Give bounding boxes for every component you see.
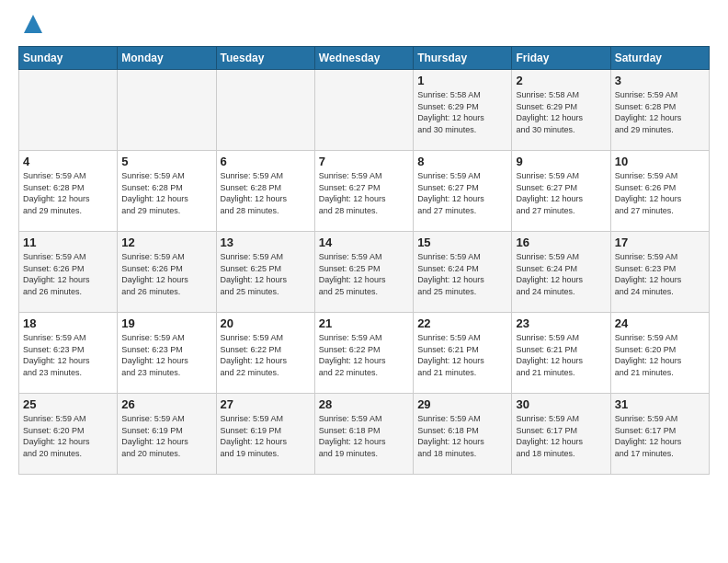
header-wednesday: Wednesday [314,47,413,70]
day-info: Sunrise: 5:59 AM Sunset: 6:18 PM Dayligh… [319,413,409,459]
day-number: 23 [516,316,606,330]
day-info: Sunrise: 5:59 AM Sunset: 6:24 PM Dayligh… [516,251,606,297]
day-info: Sunrise: 5:59 AM Sunset: 6:23 PM Dayligh… [615,251,705,297]
calendar-cell: 14Sunrise: 5:59 AM Sunset: 6:25 PM Dayli… [314,232,413,313]
calendar-cell: 2Sunrise: 5:58 AM Sunset: 6:29 PM Daylig… [512,70,610,151]
day-number: 9 [516,155,606,168]
logo-icon [20,11,46,37]
day-number: 12 [121,236,211,249]
day-number: 25 [23,397,113,411]
day-info: Sunrise: 5:59 AM Sunset: 6:27 PM Dayligh… [417,170,507,216]
day-number: 16 [516,236,606,249]
day-number: 24 [615,316,705,330]
day-info: Sunrise: 5:59 AM Sunset: 6:28 PM Dayligh… [121,170,211,216]
day-number: 5 [121,155,211,168]
calendar-week-row: 11Sunrise: 5:59 AM Sunset: 6:26 PM Dayli… [19,232,710,313]
day-number: 7 [319,155,409,168]
day-number: 28 [319,397,409,411]
calendar-cell [314,70,413,151]
header-monday: Monday [118,47,216,70]
day-number: 8 [417,155,507,168]
day-info: Sunrise: 5:59 AM Sunset: 6:26 PM Dayligh… [121,251,211,297]
day-info: Sunrise: 5:59 AM Sunset: 6:28 PM Dayligh… [23,170,113,216]
day-number: 22 [417,316,507,330]
calendar-cell [216,70,314,151]
calendar-cell: 20Sunrise: 5:59 AM Sunset: 6:22 PM Dayli… [216,313,314,394]
day-number: 19 [121,316,211,330]
day-number: 6 [221,155,311,168]
day-info: Sunrise: 5:59 AM Sunset: 6:27 PM Dayligh… [319,170,409,216]
day-info: Sunrise: 5:59 AM Sunset: 6:26 PM Dayligh… [615,170,705,216]
calendar-cell: 9Sunrise: 5:59 AM Sunset: 6:27 PM Daylig… [512,151,610,232]
day-info: Sunrise: 5:59 AM Sunset: 6:25 PM Dayligh… [319,251,409,297]
calendar-cell: 16Sunrise: 5:59 AM Sunset: 6:24 PM Dayli… [512,232,610,313]
calendar-cell: 18Sunrise: 5:59 AM Sunset: 6:23 PM Dayli… [19,313,118,394]
header-thursday: Thursday [414,47,512,70]
day-number: 1 [417,74,507,87]
day-number: 26 [121,397,211,411]
day-number: 3 [615,74,705,87]
calendar-cell: 29Sunrise: 5:59 AM Sunset: 6:18 PM Dayli… [414,394,512,475]
day-number: 30 [516,397,606,411]
calendar-cell: 26Sunrise: 5:59 AM Sunset: 6:19 PM Dayli… [118,394,216,475]
day-info: Sunrise: 5:59 AM Sunset: 6:25 PM Dayligh… [221,251,311,297]
day-info: Sunrise: 5:59 AM Sunset: 6:17 PM Dayligh… [615,413,705,459]
day-number: 2 [516,74,606,87]
calendar-cell: 5Sunrise: 5:59 AM Sunset: 6:28 PM Daylig… [118,151,216,232]
day-number: 31 [615,397,705,411]
calendar-cell: 17Sunrise: 5:59 AM Sunset: 6:23 PM Dayli… [610,232,709,313]
day-info: Sunrise: 5:59 AM Sunset: 6:19 PM Dayligh… [221,413,311,459]
calendar-cell: 8Sunrise: 5:59 AM Sunset: 6:27 PM Daylig… [414,151,512,232]
day-info: Sunrise: 5:59 AM Sunset: 6:21 PM Dayligh… [516,332,606,378]
day-info: Sunrise: 5:59 AM Sunset: 6:20 PM Dayligh… [615,332,705,378]
calendar-cell: 13Sunrise: 5:59 AM Sunset: 6:25 PM Dayli… [216,232,314,313]
day-info: Sunrise: 5:59 AM Sunset: 6:21 PM Dayligh… [417,332,507,378]
day-number: 15 [417,236,507,249]
calendar-cell: 11Sunrise: 5:59 AM Sunset: 6:26 PM Dayli… [19,232,118,313]
calendar-cell: 10Sunrise: 5:59 AM Sunset: 6:26 PM Dayli… [610,151,709,232]
day-info: Sunrise: 5:58 AM Sunset: 6:29 PM Dayligh… [417,89,507,135]
calendar-week-row: 25Sunrise: 5:59 AM Sunset: 6:20 PM Dayli… [19,394,710,475]
day-info: Sunrise: 5:59 AM Sunset: 6:27 PM Dayligh… [516,170,606,216]
day-info: Sunrise: 5:59 AM Sunset: 6:28 PM Dayligh… [221,170,311,216]
calendar-cell: 31Sunrise: 5:59 AM Sunset: 6:17 PM Dayli… [610,394,709,475]
day-number: 27 [221,397,311,411]
day-info: Sunrise: 5:59 AM Sunset: 6:20 PM Dayligh… [23,413,113,459]
day-info: Sunrise: 5:59 AM Sunset: 6:24 PM Dayligh… [417,251,507,297]
calendar-cell: 1Sunrise: 5:58 AM Sunset: 6:29 PM Daylig… [414,70,512,151]
logo [18,15,46,37]
calendar-cell: 4Sunrise: 5:59 AM Sunset: 6:28 PM Daylig… [19,151,118,232]
calendar-cell: 23Sunrise: 5:59 AM Sunset: 6:21 PM Dayli… [512,313,610,394]
day-number: 29 [417,397,507,411]
calendar-cell: 22Sunrise: 5:59 AM Sunset: 6:21 PM Dayli… [414,313,512,394]
calendar-cell: 28Sunrise: 5:59 AM Sunset: 6:18 PM Dayli… [314,394,413,475]
calendar-cell: 15Sunrise: 5:59 AM Sunset: 6:24 PM Dayli… [414,232,512,313]
day-number: 21 [319,316,409,330]
calendar-cell: 12Sunrise: 5:59 AM Sunset: 6:26 PM Dayli… [118,232,216,313]
calendar-cell: 3Sunrise: 5:59 AM Sunset: 6:28 PM Daylig… [610,70,709,151]
calendar-cell: 24Sunrise: 5:59 AM Sunset: 6:20 PM Dayli… [610,313,709,394]
day-info: Sunrise: 5:59 AM Sunset: 6:19 PM Dayligh… [121,413,211,459]
header-friday: Friday [512,47,610,70]
day-number: 18 [23,316,113,330]
day-info: Sunrise: 5:58 AM Sunset: 6:29 PM Dayligh… [516,89,606,135]
day-number: 4 [23,155,113,168]
day-info: Sunrise: 5:59 AM Sunset: 6:18 PM Dayligh… [417,413,507,459]
day-number: 20 [221,316,311,330]
page-header [18,15,710,37]
day-number: 13 [221,236,311,249]
calendar-cell [118,70,216,151]
calendar-header-row: SundayMondayTuesdayWednesdayThursdayFrid… [19,47,710,70]
day-info: Sunrise: 5:59 AM Sunset: 6:28 PM Dayligh… [615,89,705,135]
calendar-cell: 19Sunrise: 5:59 AM Sunset: 6:23 PM Dayli… [118,313,216,394]
day-info: Sunrise: 5:59 AM Sunset: 6:22 PM Dayligh… [319,332,409,378]
calendar-cell: 27Sunrise: 5:59 AM Sunset: 6:19 PM Dayli… [216,394,314,475]
day-info: Sunrise: 5:59 AM Sunset: 6:22 PM Dayligh… [221,332,311,378]
calendar-cell: 25Sunrise: 5:59 AM Sunset: 6:20 PM Dayli… [19,394,118,475]
day-number: 17 [615,236,705,249]
calendar-week-row: 4Sunrise: 5:59 AM Sunset: 6:28 PM Daylig… [19,151,710,232]
header-tuesday: Tuesday [216,47,314,70]
day-number: 14 [319,236,409,249]
day-info: Sunrise: 5:59 AM Sunset: 6:17 PM Dayligh… [516,413,606,459]
header-saturday: Saturday [610,47,709,70]
